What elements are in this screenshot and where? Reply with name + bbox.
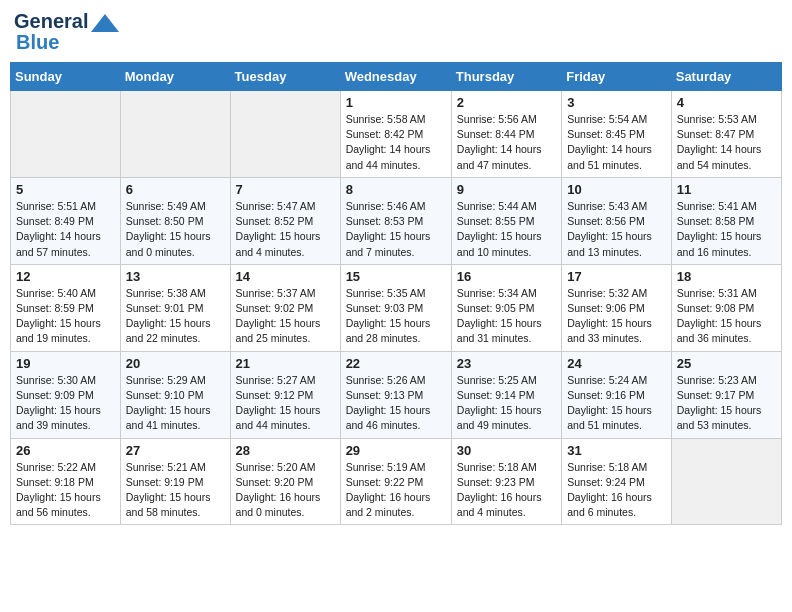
day-info: Sunrise: 5:27 AMSunset: 9:12 PMDaylight:…	[236, 373, 335, 434]
day-number: 29	[346, 443, 446, 458]
day-info: Sunrise: 5:44 AMSunset: 8:55 PMDaylight:…	[457, 199, 556, 260]
day-number: 21	[236, 356, 335, 371]
day-info: Sunrise: 5:43 AMSunset: 8:56 PMDaylight:…	[567, 199, 666, 260]
calendar-cell: 4Sunrise: 5:53 AMSunset: 8:47 PMDaylight…	[671, 91, 781, 178]
day-number: 24	[567, 356, 666, 371]
day-info: Sunrise: 5:49 AMSunset: 8:50 PMDaylight:…	[126, 199, 225, 260]
day-number: 4	[677, 95, 776, 110]
day-number: 30	[457, 443, 556, 458]
page-header: General Blue	[10, 10, 782, 54]
calendar-cell: 7Sunrise: 5:47 AMSunset: 8:52 PMDaylight…	[230, 177, 340, 264]
calendar-cell: 25Sunrise: 5:23 AMSunset: 9:17 PMDayligh…	[671, 351, 781, 438]
calendar-cell: 2Sunrise: 5:56 AMSunset: 8:44 PMDaylight…	[451, 91, 561, 178]
calendar-cell: 18Sunrise: 5:31 AMSunset: 9:08 PMDayligh…	[671, 264, 781, 351]
calendar-cell: 16Sunrise: 5:34 AMSunset: 9:05 PMDayligh…	[451, 264, 561, 351]
day-info: Sunrise: 5:26 AMSunset: 9:13 PMDaylight:…	[346, 373, 446, 434]
day-info: Sunrise: 5:47 AMSunset: 8:52 PMDaylight:…	[236, 199, 335, 260]
calendar-table: SundayMondayTuesdayWednesdayThursdayFrid…	[10, 62, 782, 525]
calendar-cell: 26Sunrise: 5:22 AMSunset: 9:18 PMDayligh…	[11, 438, 121, 525]
logo-blue: Blue	[16, 31, 119, 54]
day-info: Sunrise: 5:31 AMSunset: 9:08 PMDaylight:…	[677, 286, 776, 347]
day-info: Sunrise: 5:56 AMSunset: 8:44 PMDaylight:…	[457, 112, 556, 173]
weekday-header: Monday	[120, 63, 230, 91]
weekday-header: Tuesday	[230, 63, 340, 91]
weekday-header-row: SundayMondayTuesdayWednesdayThursdayFrid…	[11, 63, 782, 91]
day-number: 12	[16, 269, 115, 284]
calendar-cell: 30Sunrise: 5:18 AMSunset: 9:23 PMDayligh…	[451, 438, 561, 525]
svg-marker-0	[91, 14, 119, 32]
day-number: 28	[236, 443, 335, 458]
calendar-cell: 12Sunrise: 5:40 AMSunset: 8:59 PMDayligh…	[11, 264, 121, 351]
calendar-cell: 5Sunrise: 5:51 AMSunset: 8:49 PMDaylight…	[11, 177, 121, 264]
day-number: 14	[236, 269, 335, 284]
day-number: 6	[126, 182, 225, 197]
day-info: Sunrise: 5:18 AMSunset: 9:23 PMDaylight:…	[457, 460, 556, 521]
calendar-cell: 27Sunrise: 5:21 AMSunset: 9:19 PMDayligh…	[120, 438, 230, 525]
day-number: 3	[567, 95, 666, 110]
day-info: Sunrise: 5:58 AMSunset: 8:42 PMDaylight:…	[346, 112, 446, 173]
day-number: 19	[16, 356, 115, 371]
day-number: 31	[567, 443, 666, 458]
day-info: Sunrise: 5:53 AMSunset: 8:47 PMDaylight:…	[677, 112, 776, 173]
day-number: 7	[236, 182, 335, 197]
calendar-cell: 24Sunrise: 5:24 AMSunset: 9:16 PMDayligh…	[562, 351, 672, 438]
day-info: Sunrise: 5:23 AMSunset: 9:17 PMDaylight:…	[677, 373, 776, 434]
calendar-cell	[11, 91, 121, 178]
calendar-week-row: 12Sunrise: 5:40 AMSunset: 8:59 PMDayligh…	[11, 264, 782, 351]
day-number: 10	[567, 182, 666, 197]
calendar-week-row: 5Sunrise: 5:51 AMSunset: 8:49 PMDaylight…	[11, 177, 782, 264]
day-info: Sunrise: 5:30 AMSunset: 9:09 PMDaylight:…	[16, 373, 115, 434]
day-number: 16	[457, 269, 556, 284]
day-info: Sunrise: 5:51 AMSunset: 8:49 PMDaylight:…	[16, 199, 115, 260]
day-info: Sunrise: 5:29 AMSunset: 9:10 PMDaylight:…	[126, 373, 225, 434]
calendar-cell: 10Sunrise: 5:43 AMSunset: 8:56 PMDayligh…	[562, 177, 672, 264]
calendar-cell: 29Sunrise: 5:19 AMSunset: 9:22 PMDayligh…	[340, 438, 451, 525]
day-number: 5	[16, 182, 115, 197]
calendar-week-row: 1Sunrise: 5:58 AMSunset: 8:42 PMDaylight…	[11, 91, 782, 178]
calendar-cell: 28Sunrise: 5:20 AMSunset: 9:20 PMDayligh…	[230, 438, 340, 525]
calendar-week-row: 26Sunrise: 5:22 AMSunset: 9:18 PMDayligh…	[11, 438, 782, 525]
day-info: Sunrise: 5:38 AMSunset: 9:01 PMDaylight:…	[126, 286, 225, 347]
calendar-cell: 8Sunrise: 5:46 AMSunset: 8:53 PMDaylight…	[340, 177, 451, 264]
day-number: 27	[126, 443, 225, 458]
calendar-cell: 20Sunrise: 5:29 AMSunset: 9:10 PMDayligh…	[120, 351, 230, 438]
calendar-cell	[230, 91, 340, 178]
calendar-cell: 9Sunrise: 5:44 AMSunset: 8:55 PMDaylight…	[451, 177, 561, 264]
calendar-cell: 15Sunrise: 5:35 AMSunset: 9:03 PMDayligh…	[340, 264, 451, 351]
calendar-cell: 3Sunrise: 5:54 AMSunset: 8:45 PMDaylight…	[562, 91, 672, 178]
calendar-cell: 13Sunrise: 5:38 AMSunset: 9:01 PMDayligh…	[120, 264, 230, 351]
day-info: Sunrise: 5:19 AMSunset: 9:22 PMDaylight:…	[346, 460, 446, 521]
logo: General Blue	[14, 10, 119, 54]
calendar-cell: 23Sunrise: 5:25 AMSunset: 9:14 PMDayligh…	[451, 351, 561, 438]
day-info: Sunrise: 5:25 AMSunset: 9:14 PMDaylight:…	[457, 373, 556, 434]
day-number: 1	[346, 95, 446, 110]
calendar-week-row: 19Sunrise: 5:30 AMSunset: 9:09 PMDayligh…	[11, 351, 782, 438]
calendar-cell: 17Sunrise: 5:32 AMSunset: 9:06 PMDayligh…	[562, 264, 672, 351]
day-info: Sunrise: 5:21 AMSunset: 9:19 PMDaylight:…	[126, 460, 225, 521]
day-number: 11	[677, 182, 776, 197]
day-number: 8	[346, 182, 446, 197]
calendar-cell: 1Sunrise: 5:58 AMSunset: 8:42 PMDaylight…	[340, 91, 451, 178]
day-number: 9	[457, 182, 556, 197]
day-number: 25	[677, 356, 776, 371]
day-info: Sunrise: 5:34 AMSunset: 9:05 PMDaylight:…	[457, 286, 556, 347]
calendar-cell: 19Sunrise: 5:30 AMSunset: 9:09 PMDayligh…	[11, 351, 121, 438]
calendar-cell: 21Sunrise: 5:27 AMSunset: 9:12 PMDayligh…	[230, 351, 340, 438]
day-info: Sunrise: 5:18 AMSunset: 9:24 PMDaylight:…	[567, 460, 666, 521]
calendar-cell: 14Sunrise: 5:37 AMSunset: 9:02 PMDayligh…	[230, 264, 340, 351]
day-info: Sunrise: 5:40 AMSunset: 8:59 PMDaylight:…	[16, 286, 115, 347]
day-info: Sunrise: 5:37 AMSunset: 9:02 PMDaylight:…	[236, 286, 335, 347]
calendar-cell	[671, 438, 781, 525]
logo-text: General	[14, 10, 119, 33]
day-info: Sunrise: 5:54 AMSunset: 8:45 PMDaylight:…	[567, 112, 666, 173]
day-number: 26	[16, 443, 115, 458]
weekday-header: Friday	[562, 63, 672, 91]
calendar-cell	[120, 91, 230, 178]
day-number: 22	[346, 356, 446, 371]
calendar-cell: 22Sunrise: 5:26 AMSunset: 9:13 PMDayligh…	[340, 351, 451, 438]
day-number: 2	[457, 95, 556, 110]
day-number: 13	[126, 269, 225, 284]
day-info: Sunrise: 5:20 AMSunset: 9:20 PMDaylight:…	[236, 460, 335, 521]
day-number: 20	[126, 356, 225, 371]
weekday-header: Wednesday	[340, 63, 451, 91]
